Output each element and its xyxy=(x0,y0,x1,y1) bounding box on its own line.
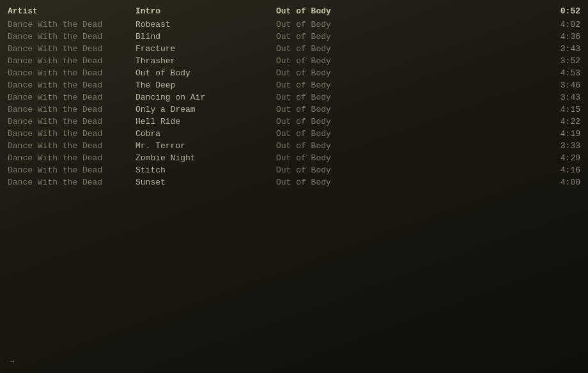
track-title: Hell Ride xyxy=(135,117,276,126)
track-artist: Dance With the Dead xyxy=(8,117,135,126)
track-title: Cobra xyxy=(135,129,276,139)
track-duration: 4:15 xyxy=(542,105,580,114)
track-duration: 3:43 xyxy=(542,44,580,54)
track-artist: Dance With the Dead xyxy=(8,165,135,175)
track-album: Out of Body xyxy=(276,32,542,42)
track-duration: 4:16 xyxy=(542,165,580,175)
track-album: Out of Body xyxy=(276,68,542,78)
header-title: Intro xyxy=(135,6,276,16)
track-title: The Deep xyxy=(135,80,276,90)
track-duration: 3:33 xyxy=(542,141,580,151)
track-duration: 3:52 xyxy=(542,56,580,66)
track-title: Robeast xyxy=(135,20,276,29)
header-artist: Artist xyxy=(8,6,135,16)
track-title: Zombie Night xyxy=(135,153,276,163)
table-row[interactable]: Dance With the DeadHell RideOut of Body4… xyxy=(0,116,588,128)
track-title: Dancing on Air xyxy=(135,93,276,102)
track-title: Sunset xyxy=(135,178,276,187)
track-artist: Dance With the Dead xyxy=(8,80,135,90)
track-title: Stitch xyxy=(135,165,276,175)
table-row[interactable]: Dance With the DeadBlindOut of Body4:36 xyxy=(0,31,588,43)
track-album: Out of Body xyxy=(276,129,542,139)
track-album: Out of Body xyxy=(276,165,542,175)
track-artist: Dance With the Dead xyxy=(8,44,135,54)
track-album: Out of Body xyxy=(276,20,542,29)
table-row[interactable]: Dance With the DeadZombie NightOut of Bo… xyxy=(0,152,588,164)
header-album: Out of Body xyxy=(276,6,542,16)
track-title: Out of Body xyxy=(135,68,276,78)
table-row[interactable]: Dance With the DeadOut of BodyOut of Bod… xyxy=(0,67,588,79)
track-duration: 4:22 xyxy=(542,117,580,126)
track-title: Only a Dream xyxy=(135,105,276,114)
track-duration: 4:19 xyxy=(542,129,580,139)
track-artist: Dance With the Dead xyxy=(8,178,135,187)
track-title: Blind xyxy=(135,32,276,42)
track-artist: Dance With the Dead xyxy=(8,141,135,151)
table-row[interactable]: Dance With the DeadSunsetOut of Body4:00 xyxy=(0,176,588,188)
track-list-header: Artist Intro Out of Body 0:52 xyxy=(0,5,588,17)
track-album: Out of Body xyxy=(276,178,542,187)
track-album: Out of Body xyxy=(276,117,542,126)
table-row[interactable]: Dance With the DeadThrasherOut of Body3:… xyxy=(0,55,588,67)
track-duration: 4:53 xyxy=(542,68,580,78)
track-artist: Dance With the Dead xyxy=(8,129,135,139)
track-album: Out of Body xyxy=(276,105,542,114)
track-list: Artist Intro Out of Body 0:52 Dance With… xyxy=(0,0,588,194)
track-artist: Dance With the Dead xyxy=(8,105,135,114)
track-artist: Dance With the Dead xyxy=(8,20,135,29)
track-album: Out of Body xyxy=(276,141,542,151)
track-artist: Dance With the Dead xyxy=(8,32,135,42)
track-duration: 3:43 xyxy=(542,93,580,102)
table-row[interactable]: Dance With the DeadThe DeepOut of Body3:… xyxy=(0,79,588,91)
track-title: Mr. Terror xyxy=(135,141,276,151)
track-duration: 3:46 xyxy=(542,80,580,90)
track-duration: 4:36 xyxy=(542,32,580,42)
table-row[interactable]: Dance With the DeadRobeastOut of Body4:0… xyxy=(0,19,588,31)
track-artist: Dance With the Dead xyxy=(8,68,135,78)
track-duration: 4:29 xyxy=(542,153,580,163)
track-album: Out of Body xyxy=(276,44,542,54)
track-album: Out of Body xyxy=(276,80,542,90)
track-duration: 4:02 xyxy=(542,20,580,29)
table-row[interactable]: Dance With the DeadCobraOut of Body4:19 xyxy=(0,128,588,140)
table-row[interactable]: Dance With the DeadDancing on AirOut of … xyxy=(0,91,588,103)
track-artist: Dance With the Dead xyxy=(8,153,135,163)
track-title: Fracture xyxy=(135,44,276,54)
track-duration: 4:00 xyxy=(542,178,580,187)
table-row[interactable]: Dance With the DeadOnly a DreamOut of Bo… xyxy=(0,103,588,116)
track-album: Out of Body xyxy=(276,56,542,66)
track-artist: Dance With the Dead xyxy=(8,56,135,66)
track-album: Out of Body xyxy=(276,93,542,102)
track-title: Thrasher xyxy=(135,56,276,66)
table-row[interactable]: Dance With the DeadMr. TerrorOut of Body… xyxy=(0,140,588,152)
track-album: Out of Body xyxy=(276,153,542,163)
track-artist: Dance With the Dead xyxy=(8,93,135,102)
table-row[interactable]: Dance With the DeadStitchOut of Body4:16 xyxy=(0,164,588,176)
table-row[interactable]: Dance With the DeadFractureOut of Body3:… xyxy=(0,43,588,55)
bottom-arrow-icon: → xyxy=(9,356,14,367)
header-duration: 0:52 xyxy=(542,6,580,16)
